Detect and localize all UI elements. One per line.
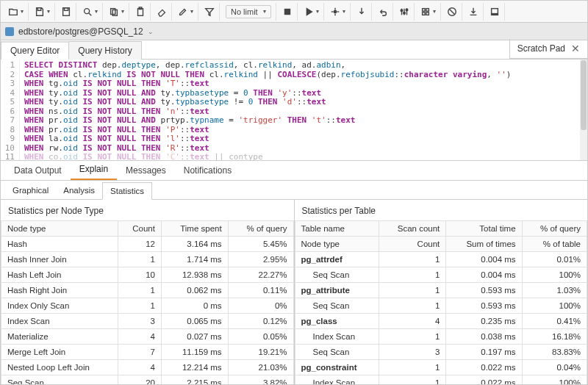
col-header: Node type	[295, 237, 379, 252]
table-row: Hash Right Join10.062 ms0.11%	[1, 283, 294, 298]
download-icon[interactable]	[464, 3, 484, 21]
per-table-table: Table nameScan countTotal time% of query…	[295, 220, 588, 385]
close-icon[interactable]: ✕	[571, 43, 580, 54]
svg-rect-8	[284, 9, 290, 14]
svg-rect-27	[491, 13, 498, 15]
col-header: Count	[379, 237, 446, 252]
svg-point-18	[403, 12, 405, 14]
svg-point-2	[85, 8, 90, 13]
svg-rect-26	[491, 8, 498, 13]
save-as-icon[interactable]	[57, 3, 76, 21]
stop-icon[interactable]	[278, 3, 298, 21]
search-icon[interactable]: ▾	[78, 3, 103, 21]
stats-per-table-panel: Statistics per Table Table nameScan coun…	[295, 200, 588, 385]
chevron-down-icon: ⌄	[148, 28, 154, 35]
svg-point-19	[406, 9, 408, 11]
line-gutter: 1234567891011	[1, 60, 20, 160]
col-header: % of table	[522, 237, 587, 252]
table-row: pg_attribute10.593 ms1.03%	[295, 283, 587, 298]
table-row: Index Only Scan10 ms0%	[1, 298, 294, 314]
col-header: Scan count	[379, 221, 446, 237]
panel-title: Statistics per Table	[295, 200, 588, 220]
filter-icon[interactable]	[200, 3, 220, 21]
table-row: Nested Loop Left Join412.214 ms21.03%	[1, 360, 294, 375]
subtab-analysis[interactable]: Analysis	[56, 182, 102, 198]
table-row: Materialize40.027 ms0.05%	[1, 329, 294, 345]
tab-notifications[interactable]: Notifications	[175, 161, 240, 180]
col-header: Count	[118, 221, 162, 237]
svg-rect-20	[422, 8, 425, 11]
table-row: pg_constraint10.022 ms0.04%	[295, 360, 587, 375]
connection-bar[interactable]: edbstore/postgres@PGSQL_12 ⌄	[1, 23, 587, 40]
copy-icon[interactable]: ▾	[104, 3, 129, 21]
output-tab-row: Data Output Explain Messages Notificatio…	[1, 161, 587, 181]
subtab-statistics[interactable]: Statistics	[102, 182, 152, 200]
table-row: Index Scan10.022 ms100%	[295, 375, 587, 386]
database-icon	[5, 27, 14, 36]
scratch-pad-tab: Scratch Pad ✕	[509, 39, 587, 59]
subtab-graphical[interactable]: Graphical	[5, 182, 56, 198]
editor-tab-row: Query Editor Query History Scratch Pad ✕	[1, 40, 587, 60]
stats-per-node-panel: Statistics per Node Type Node typeCountT…	[1, 200, 295, 385]
save-icon[interactable]: ▾	[30, 3, 55, 21]
tab-query-history[interactable]: Query History	[68, 41, 141, 60]
commit-icon[interactable]	[352, 3, 372, 21]
svg-point-9	[334, 10, 337, 13]
table-row: Hash Inner Join11.714 ms2.95%	[1, 252, 294, 267]
col-header: % of query	[228, 221, 293, 237]
cancel-icon[interactable]	[442, 3, 462, 21]
sql-editor[interactable]: 1234567891011 SELECT DISTINCT dep.deptyp…	[1, 60, 587, 161]
macro-icon[interactable]: ▾	[416, 3, 441, 21]
table-row: Seq Scan10.593 ms100%	[295, 298, 587, 314]
col-header: % of query	[522, 221, 587, 237]
tab-messages[interactable]: Messages	[117, 161, 175, 180]
code-area[interactable]: SELECT DISTINCT dep.deptype, dep.refclas…	[20, 60, 587, 160]
tab-data-output[interactable]: Data Output	[5, 161, 71, 180]
table-row: Hash123.164 ms5.45%	[1, 237, 294, 252]
tab-explain[interactable]: Explain	[71, 159, 117, 180]
explain-subtab-row: Graphical Analysis Statistics	[1, 181, 587, 200]
open-icon[interactable]: ▾	[4, 3, 29, 21]
erase-icon[interactable]	[152, 3, 172, 21]
svg-rect-22	[422, 12, 425, 15]
table-row: Merge Left Join711.159 ms19.21%	[1, 345, 294, 360]
table-row: Index Scan10.038 ms16.18%	[295, 329, 587, 345]
col-header: Total time	[446, 221, 522, 237]
table-row: Index Scan30.065 ms0.12%	[1, 314, 294, 329]
col-header: Time spent	[161, 221, 228, 237]
explain-icon[interactable]: ▾	[326, 3, 351, 21]
table-row: pg_class40.235 ms0.41%	[295, 314, 587, 329]
table-row: Seq Scan30.197 ms83.83%	[295, 345, 587, 360]
limit-select[interactable]: No limit▾	[221, 3, 276, 21]
table-row: Seq Scan10.004 ms100%	[295, 267, 587, 283]
svg-rect-1	[64, 7, 68, 10]
svg-point-17	[401, 9, 403, 11]
paste-icon[interactable]	[131, 3, 151, 21]
panel-title: Statistics per Node Type	[1, 200, 294, 220]
editor-scrollbar[interactable]	[580, 60, 587, 160]
edit-icon[interactable]: ▾	[173, 3, 198, 21]
svg-rect-23	[426, 12, 429, 15]
svg-line-25	[449, 9, 454, 14]
col-header: Sum of times	[446, 237, 522, 252]
table-row: pg_attrdef10.004 ms0.01%	[295, 252, 587, 267]
connection-label: edbstore/postgres@PGSQL_12	[18, 26, 143, 37]
col-header: Table name	[295, 221, 379, 237]
tab-query-editor[interactable]: Query Editor	[1, 41, 69, 60]
col-header: Node type	[1, 221, 118, 237]
table-row: Hash Left Join1012.938 ms22.27%	[1, 267, 294, 283]
svg-rect-21	[426, 8, 429, 11]
upload-icon[interactable]	[485, 3, 505, 21]
settings-icon[interactable]	[395, 3, 415, 21]
statistics-container: Statistics per Node Type Node typeCountT…	[1, 200, 587, 385]
play-icon[interactable]: ▾	[299, 3, 324, 21]
rollback-icon[interactable]	[373, 3, 393, 21]
main-toolbar: ▾ ▾ ▾ ▾ ▾ No limit▾ ▾ ▾ ▾	[1, 1, 587, 23]
node-type-table: Node typeCountTime spent% of query Hash1…	[1, 220, 294, 385]
table-row: Seq Scan202.215 ms3.82%	[1, 375, 294, 386]
scratch-pad-label: Scratch Pad	[517, 43, 565, 54]
svg-line-3	[89, 12, 92, 15]
